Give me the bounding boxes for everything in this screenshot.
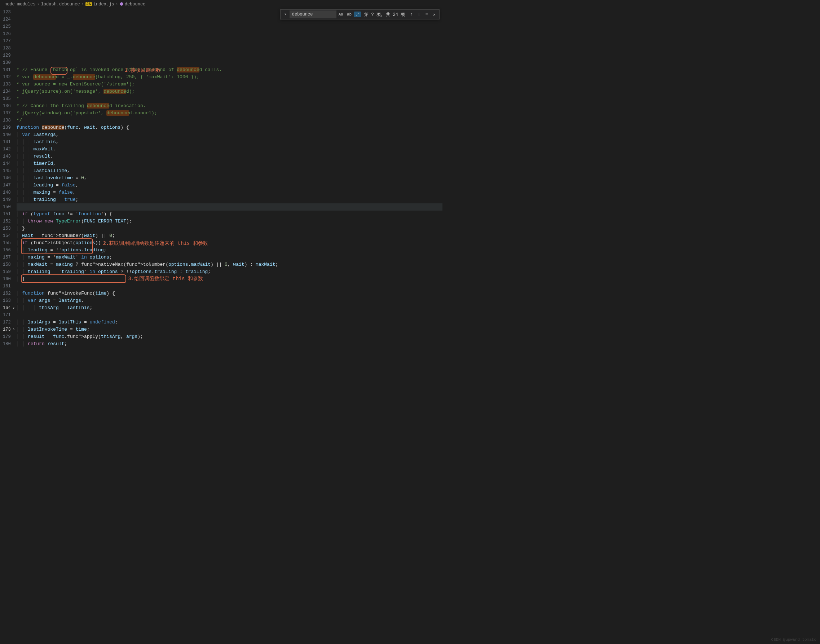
find-toggle-replace[interactable]: › [282, 11, 289, 18]
line-number: 172 [3, 319, 11, 326]
code-editor[interactable]: 1231241251261271281291301311321331341351… [0, 9, 443, 348]
code-line[interactable]: │ │ trailing = 'trailing' in options ? !… [17, 268, 443, 276]
find-whole-word[interactable]: ab [345, 12, 353, 17]
line-number: 141 [3, 138, 11, 146]
line-number: 134 [3, 88, 11, 95]
code-line[interactable]: │ │ leading = !!options.leading; [17, 247, 443, 254]
find-next-icon[interactable]: ↓ [415, 11, 422, 18]
line-number: 127 [3, 37, 11, 45]
line-number: 171 [3, 311, 11, 319]
line-number: 162 [3, 290, 11, 297]
code-line[interactable]: │ │ throw new TypeError(FUNC_ERROR_TEXT)… [17, 218, 443, 225]
line-number: 142 [3, 146, 11, 153]
line-number: 143 [3, 153, 11, 160]
line-number: 125 [3, 23, 11, 30]
code-line[interactable]: │ wait = func">toNumber(wait) || 0; [17, 232, 443, 239]
chevron-right-icon: › [115, 2, 118, 7]
find-match-case[interactable]: Aa [337, 12, 345, 17]
line-number: 123 [3, 9, 11, 16]
code-line[interactable]: * jQuery(window).on('popstate', debounce… [17, 110, 443, 117]
code-line[interactable]: │ │ │ timerId, [17, 160, 443, 167]
line-number: 180 [3, 340, 11, 348]
find-regex[interactable]: .* [354, 12, 361, 17]
code-line[interactable]: │ │ │ result, [17, 153, 443, 160]
line-number: 133 [3, 81, 11, 88]
breadcrumb: node_modules › lodash.debounce › JS inde… [0, 0, 443, 9]
code-line[interactable]: │ │ │ trailing = true; [17, 196, 443, 203]
find-close-icon[interactable]: ✕ [431, 11, 438, 18]
code-area[interactable]: 1.接收回调函数 2.获取调用回调函数是传递来的 this 和参数 3.给回调函… [17, 9, 443, 348]
code-line[interactable]: │ │ lastArgs = lastThis = undefined; [17, 319, 443, 326]
find-input[interactable] [290, 11, 336, 18]
code-line[interactable]: * // Cancel the trailing debounced invoc… [17, 103, 443, 110]
code-line[interactable]: │ │ maxing = 'maxWait' in options; [17, 254, 443, 261]
code-line[interactable]: │ │ result = func.func">apply(thisArg, a… [17, 333, 443, 340]
code-line[interactable]: │ function func">invokeFunc(time) { [17, 290, 443, 297]
line-number: 135 [3, 95, 11, 103]
line-number: 155 [3, 239, 11, 247]
code-line[interactable]: │ │ var args = lastArgs, [17, 297, 443, 304]
line-number: 147 [3, 182, 11, 189]
breadcrumb-seg[interactable]: node_modules [4, 2, 35, 7]
breadcrumb-symbol[interactable]: debounce [125, 2, 146, 7]
line-number: 137 [3, 110, 11, 117]
line-number: 163 [3, 297, 11, 304]
line-number: 146 [3, 175, 11, 182]
symbol-icon: ⬢ [120, 2, 123, 7]
code-line[interactable]: * // Ensure `batchLog` is invoked once a… [17, 66, 443, 74]
find-selection-icon[interactable]: ≡ [423, 11, 430, 18]
code-line[interactable]: │ │ │ lastThis, [17, 138, 443, 146]
code-line[interactable]: │ │ │ maxing = false, [17, 189, 443, 196]
code-line[interactable]: */ [17, 117, 443, 124]
code-line[interactable] [17, 311, 443, 319]
line-number: 156 [3, 247, 11, 254]
code-line[interactable]: * jQuery(source).on('message', debounced… [17, 88, 443, 95]
line-number: 136 [3, 103, 11, 110]
code-line[interactable]: │ │ │ lastCallTime, [17, 167, 443, 175]
line-number: 161 [3, 283, 11, 290]
code-line[interactable]: │ │ lastInvokeTime = time; [17, 326, 443, 333]
breadcrumb-seg[interactable]: lodash.debounce [41, 2, 80, 7]
line-number: 154 [3, 232, 11, 239]
line-number: 138 [3, 117, 11, 124]
code-line[interactable]: │ } [17, 276, 443, 283]
find-result-count: 第 ? 项, 共 24 项 [362, 12, 407, 18]
find-widget: › Aa ab .* 第 ? 项, 共 24 项 ↑ ↓ ≡ ✕ [280, 9, 440, 20]
code-line[interactable]: * var debounced = _.debounce(batchLog, 2… [17, 74, 443, 81]
chevron-right-icon: › [81, 2, 84, 7]
line-number: 157 [3, 254, 11, 261]
line-number: 145 [3, 167, 11, 175]
find-prev-icon[interactable]: ↑ [408, 11, 415, 18]
code-line[interactable]: * var source = new EventSource('/stream'… [17, 81, 443, 88]
js-badge-icon: JS [86, 2, 92, 6]
breadcrumb-file[interactable]: index.js [93, 2, 114, 7]
code-line[interactable]: │ if (typeof func != 'function') { [17, 210, 443, 218]
line-number: 124 [3, 16, 11, 23]
line-number: 139 [3, 124, 11, 131]
line-number-gutter: 1231241251261271281291301311321331341351… [0, 9, 17, 348]
chevron-right-icon: › [37, 2, 39, 7]
line-number: 132 [3, 74, 11, 81]
code-line[interactable]: │ │ │ maxWait, [17, 146, 443, 153]
line-number: 158 [3, 261, 11, 268]
code-line[interactable]: │ │ maxWait = maxing ? func">nativeMax(f… [17, 261, 443, 268]
line-number: 140 [3, 131, 11, 138]
line-number: 150 [3, 203, 11, 210]
code-line[interactable]: * [17, 95, 443, 103]
code-line[interactable]: │ │ │ │ thisArg = lastThis; [17, 304, 443, 311]
code-line[interactable]: │ var lastArgs, [17, 131, 443, 138]
code-line[interactable]: │ │ return result; [17, 340, 443, 348]
code-line[interactable] [17, 203, 443, 210]
line-number: 129 [3, 52, 11, 59]
code-line[interactable] [17, 283, 443, 290]
code-line[interactable]: │ } [17, 225, 443, 232]
code-line[interactable]: function debounce(func, wait, options) { [17, 124, 443, 131]
code-line[interactable]: │ │ │ lastInvokeTime = 0, [17, 175, 443, 182]
line-number: 152 [3, 218, 11, 225]
line-number: 130 [3, 59, 11, 66]
line-number: 148 [3, 189, 11, 196]
code-line[interactable]: │ │ │ leading = false, [17, 182, 443, 189]
code-line[interactable]: │ if (func">isObject(options)) { [17, 239, 443, 247]
line-number: 131 [3, 66, 11, 74]
line-number: 173 [3, 326, 11, 333]
